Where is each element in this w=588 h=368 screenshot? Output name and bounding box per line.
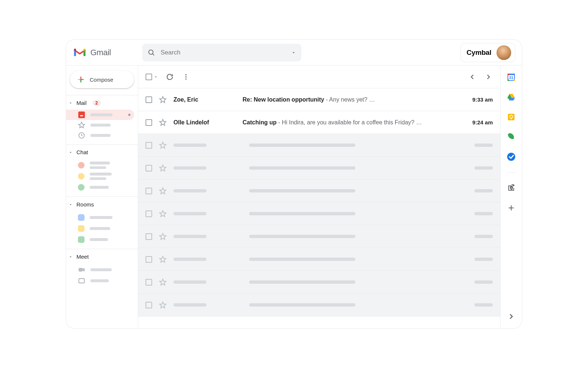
message-list: Zoe, Eric Re: New location opportunity -… <box>138 88 500 328</box>
row-checkbox[interactable] <box>146 188 152 194</box>
search-bar[interactable] <box>142 44 301 61</box>
account-brand-pill[interactable]: Cymbal <box>460 43 515 62</box>
message-row-placeholder[interactable] <box>138 202 500 225</box>
row-star[interactable] <box>159 301 167 309</box>
sidebar-meet-label: Meet <box>76 254 89 260</box>
placeholder-line <box>90 177 106 180</box>
row-checkbox[interactable] <box>146 302 152 308</box>
compose-label: Compose <box>90 77 113 83</box>
row-checkbox[interactable] <box>146 233 152 240</box>
row-checkbox[interactable] <box>146 256 152 263</box>
placeholder-line <box>173 280 207 284</box>
room-item-1[interactable] <box>66 212 138 223</box>
placeholder-line <box>173 166 207 170</box>
row-star[interactable] <box>159 278 167 286</box>
meet-new-meeting[interactable] <box>66 264 138 275</box>
room-item-3[interactable] <box>66 234 138 245</box>
row-checkbox[interactable] <box>146 210 152 217</box>
clock-icon <box>78 132 85 139</box>
logo-area[interactable]: Gmail <box>73 47 137 58</box>
svg-rect-35 <box>508 114 514 120</box>
sidebar-section-rooms: Rooms <box>66 197 138 249</box>
message-time: 9:24 am <box>472 119 493 125</box>
message-row-placeholder[interactable] <box>138 157 500 180</box>
svg-rect-10 <box>79 279 85 283</box>
presence-dot-icon <box>78 173 85 180</box>
search-input[interactable] <box>161 49 291 56</box>
calendar-app-icon[interactable]: 31 <box>507 73 516 82</box>
sidebar-mail-toggle[interactable]: Mail 2 <box>66 98 138 107</box>
row-star[interactable] <box>159 233 167 241</box>
compose-button[interactable]: Compose <box>70 71 134 88</box>
more-button[interactable] <box>182 72 190 81</box>
chat-contact-2[interactable] <box>66 171 138 182</box>
contacts-app-icon[interactable] <box>507 132 516 141</box>
row-star[interactable] <box>159 255 167 263</box>
message-sender: Olle Lindelof <box>173 119 236 126</box>
refresh-button[interactable] <box>165 72 174 81</box>
placeholder-line <box>173 144 207 147</box>
chat-contact-3[interactable] <box>66 182 138 193</box>
svg-marker-15 <box>159 119 166 125</box>
sidebar-section-mail: Mail 2 <box>66 95 138 144</box>
message-row[interactable]: Olle Lindelof Catching up - Hi Indira, a… <box>138 111 500 134</box>
search-options-caret-icon[interactable] <box>291 50 296 55</box>
app-name: Gmail <box>90 48 111 57</box>
inbox-icon <box>78 111 85 118</box>
message-sender: Zoe, Eric <box>173 96 236 103</box>
keep-app-icon[interactable] <box>507 113 516 121</box>
page-prev-button[interactable] <box>468 72 477 81</box>
meet-join-meeting[interactable] <box>66 275 138 286</box>
placeholder-line <box>90 216 112 219</box>
sidebar-rooms-toggle[interactable]: Rooms <box>66 200 138 209</box>
message-row-placeholder[interactable] <box>138 134 500 157</box>
row-star[interactable] <box>159 118 167 127</box>
drive-app-icon[interactable] <box>507 93 516 102</box>
svg-marker-6 <box>79 122 85 128</box>
row-star[interactable] <box>159 141 167 149</box>
row-checkbox[interactable] <box>146 96 152 103</box>
placeholder-line <box>173 189 207 192</box>
row-checkbox[interactable] <box>146 165 152 171</box>
row-star[interactable] <box>159 164 167 172</box>
tasks-app-icon[interactable] <box>507 152 516 161</box>
body: Compose Mail 2 <box>66 66 522 328</box>
sidebar-mail-label: Mail <box>76 100 87 106</box>
sidebar-item-starred[interactable] <box>66 120 138 130</box>
sidebar-item-inbox[interactable] <box>66 110 134 120</box>
row-checkbox[interactable] <box>146 142 152 149</box>
message-row-placeholder[interactable] <box>138 271 500 294</box>
row-checkbox[interactable] <box>146 279 152 286</box>
select-all-checkbox[interactable] <box>146 74 158 80</box>
message-row-placeholder[interactable] <box>138 248 500 271</box>
row-star[interactable] <box>159 210 167 218</box>
message-row-placeholder[interactable] <box>138 294 500 316</box>
page-next-button[interactable] <box>484 72 493 81</box>
user-avatar[interactable] <box>496 45 511 60</box>
placeholder-line <box>90 227 110 230</box>
message-row-placeholder[interactable] <box>138 180 500 202</box>
video-camera-icon <box>78 266 85 273</box>
svg-point-0 <box>149 50 153 54</box>
row-checkbox[interactable] <box>146 119 152 126</box>
sidebar-meet-toggle[interactable]: Meet <box>66 252 138 261</box>
chat-contact-1[interactable] <box>66 160 138 171</box>
placeholder-line <box>173 212 207 215</box>
addons-icon[interactable] <box>507 184 516 192</box>
sidebar-section-meet: Meet <box>66 249 138 290</box>
message-row-placeholder[interactable] <box>138 225 500 248</box>
placeholder-line <box>90 186 109 189</box>
collapse-panel-button[interactable] <box>507 312 516 321</box>
placeholder-line <box>249 189 355 192</box>
message-line: Re: New location opportunity - Any news … <box>243 96 466 103</box>
row-star[interactable] <box>159 96 167 104</box>
sidebar-chat-label: Chat <box>76 149 88 155</box>
message-row[interactable]: Zoe, Eric Re: New location opportunity -… <box>138 88 500 111</box>
caret-down-icon <box>68 255 73 259</box>
sidebar-chat-toggle[interactable]: Chat <box>66 148 138 157</box>
get-addons-button[interactable] <box>507 204 516 212</box>
row-star[interactable] <box>159 187 167 195</box>
svg-line-1 <box>153 53 154 55</box>
room-item-2[interactable] <box>66 223 138 234</box>
sidebar-item-snoozed[interactable] <box>66 130 138 141</box>
